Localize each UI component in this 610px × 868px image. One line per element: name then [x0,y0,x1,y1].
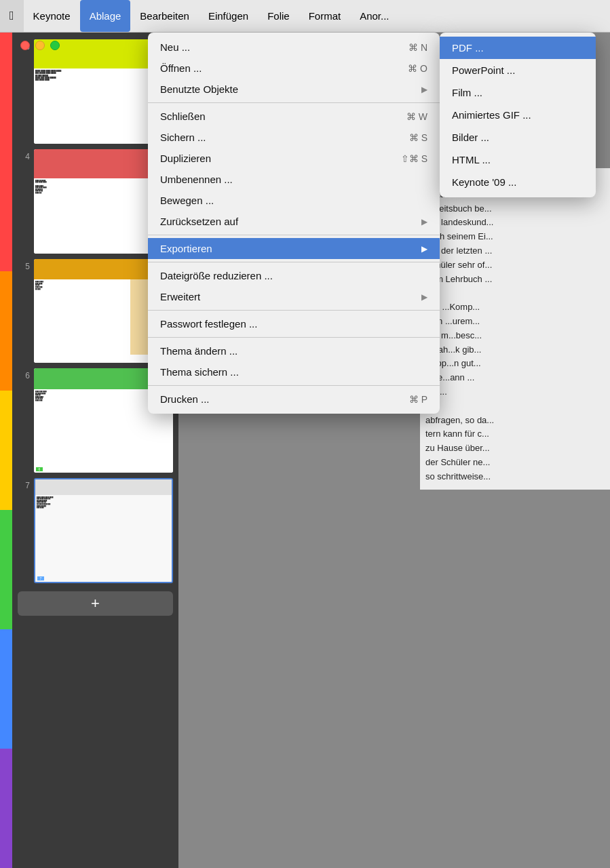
color-segment-3 [0,271,12,391]
menu-item-erweitert[interactable]: Erweitert ▶ [148,286,440,307]
add-slide-button[interactable]: + [18,591,173,616]
divider-1 [148,102,440,103]
slide-thumb-7[interactable]: ████ ████ ████ ████ ███ ████ ████ ██ ██ … [34,478,173,583]
submenu-gif[interactable]: Animiertes GIF ... [440,104,596,126]
divider-2 [148,235,440,235]
color-bar [0,33,12,868]
export-submenu: PDF ... PowerPoint ... Film ... Animiert… [440,33,596,197]
color-segment-7 [0,749,12,868]
menubar-anor[interactable]: Anor... [350,0,398,32]
menu-item-benutzte[interactable]: Benutzte Objekte ▶ [148,79,440,100]
slide-number-7: 7 [18,481,30,490]
submenu-film[interactable]: Film ... [440,81,596,104]
content-text: Jedes Thema b... Vokabeln und s... Arbei… [420,168,610,490]
slide-number-6: 6 [18,371,30,380]
menu-item-schliessen[interactable]: Schließen ⌘ W [148,106,440,127]
menubar:  Keynote Ablage Bearbeiten Einfügen Fol… [0,0,610,33]
color-segment-1 [0,33,12,152]
menubar-folie[interactable]: Folie [258,0,299,32]
menu-item-duplizieren[interactable]: Duplizieren ⇧⌘ S [148,148,440,169]
menu-item-neu[interactable]: Neu ... ⌘ N [148,37,440,58]
divider-5 [148,337,440,338]
menu-item-dateigroesse[interactable]: Dateigröße reduzieren ... [148,265,440,286]
menubar-bearbeiten[interactable]: Bearbeiten [130,0,199,32]
menubar-apple[interactable]:  [0,0,24,32]
menu-item-sichern[interactable]: Sichern ... ⌘ S [148,127,440,148]
submenu-keynote09[interactable]: Keynote '09 ... [440,171,596,193]
slide-number-5: 5 [18,262,30,271]
menubar-einfuegen[interactable]: Einfügen [199,0,258,32]
color-segment-6 [0,629,12,749]
color-segment-2 [0,152,12,271]
menu-item-thema-aendern[interactable]: Thema ändern ... [148,340,440,361]
slide-number-4: 4 [18,152,30,161]
divider-6 [148,385,440,386]
ablage-dropdown: Neu ... ⌘ N Öffnen ... ⌘ O Benutzte Obje… [148,33,440,414]
menubar-format[interactable]: Format [299,0,351,32]
submenu-html[interactable]: HTML ... [440,149,596,171]
slide-item-7[interactable]: 7 ████ ████ ████ ████ ███ ████ ████ ██ █… [12,478,178,583]
divider-3 [148,262,440,262]
menu-item-thema-sichern[interactable]: Thema sichern ... [148,361,440,382]
divider-4 [148,310,440,311]
menu-item-exportieren[interactable]: Exportieren ▶ [148,238,440,259]
menu-item-oeffnen[interactable]: Öffnen ... ⌘ O [148,58,440,79]
menu-item-passwort[interactable]: Passwort festlegen ... [148,313,440,334]
menubar-ablage[interactable]: Ablage [80,0,131,32]
color-segment-4 [0,391,12,510]
menubar-keynote[interactable]: Keynote [24,0,80,32]
menu-item-drucken[interactable]: Drucken ... ⌘ P [148,389,440,410]
menu-item-umbenennen[interactable]: Umbenennen ... [148,169,440,190]
menu-item-zuruecksetzen[interactable]: Zurücksetzen auf ▶ [148,211,440,232]
menu-item-bewegen[interactable]: Bewegen ... [148,190,440,211]
close-button[interactable] [20,41,30,50]
traffic-lights [12,33,60,50]
minimize-button[interactable] [35,41,45,50]
submenu-bilder[interactable]: Bilder ... [440,126,596,149]
maximize-button[interactable] [50,41,60,50]
submenu-pdf[interactable]: PDF ... [440,37,596,59]
submenu-powerpoint[interactable]: PowerPoint ... [440,59,596,81]
color-segment-5 [0,510,12,629]
